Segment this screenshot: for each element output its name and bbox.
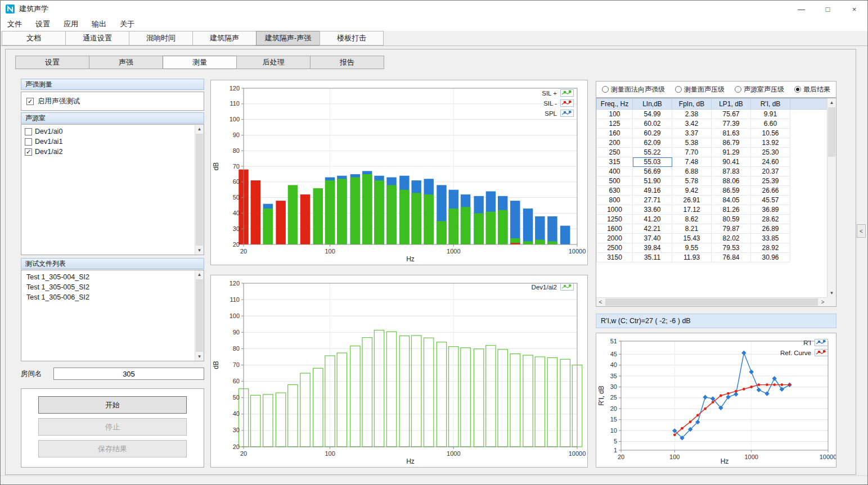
table-cell[interactable]: 26.89 <box>751 224 790 234</box>
table-cell[interactable]: 80.59 <box>712 215 751 224</box>
channel-checkbox[interactable]: ✓ <box>25 148 32 156</box>
save-result-button[interactable]: 保存结果 <box>38 440 187 457</box>
table-cell[interactable]: 1250 <box>597 215 633 224</box>
column-header[interactable]: Freq., Hz <box>597 99 633 110</box>
menu-file[interactable]: 文件 <box>2 19 28 29</box>
table-cell[interactable]: 27.71 <box>633 196 672 205</box>
table-cell[interactable]: 315 <box>597 157 633 167</box>
table-cell[interactable]: 6.60 <box>751 119 790 129</box>
table-cell[interactable]: 84.05 <box>712 196 751 205</box>
tab-building-insulation[interactable]: 建筑隔声 <box>192 31 257 46</box>
table-row[interactable]: 63049.169.4286.5926.66 <box>597 186 828 196</box>
table-cell[interactable]: 42.21 <box>633 224 672 234</box>
table-horizontal-scrollbar[interactable]: < > <box>596 297 827 306</box>
table-row[interactable]: 10054.992.3875.679.91 <box>597 110 828 119</box>
scrollbar-thumb[interactable] <box>828 107 835 157</box>
collapse-panel-button[interactable]: < <box>857 224 866 238</box>
channel-item[interactable]: Dev1/ai1 <box>22 137 194 147</box>
subtab-postprocess[interactable]: 后处理 <box>236 56 311 69</box>
start-button[interactable]: 开始 <box>38 396 187 414</box>
table-cell[interactable]: 17.12 <box>672 205 712 215</box>
radio-circle-icon[interactable] <box>794 86 801 93</box>
table-cell[interactable]: 60.02 <box>633 119 672 129</box>
table-row[interactable]: 25055.227.7091.2925.30 <box>597 148 828 157</box>
table-cell[interactable]: 77.39 <box>712 119 751 129</box>
table-cell[interactable]: 15.43 <box>672 234 712 243</box>
table-cell[interactable]: 20.37 <box>751 167 790 176</box>
channel-checkbox[interactable] <box>25 138 32 146</box>
table-row[interactable]: 12560.023.4277.396.60 <box>597 119 828 129</box>
maximize-button[interactable]: □ <box>815 1 841 17</box>
table-cell[interactable]: 49.16 <box>633 186 672 196</box>
tab-floor-impact[interactable]: 楼板打击 <box>320 31 384 46</box>
radio-option-2[interactable]: 声源室声压级 <box>735 85 784 94</box>
table-cell[interactable]: 33.60 <box>633 205 672 215</box>
table-row[interactable]: 250039.849.5579.5328.92 <box>597 243 828 253</box>
table-cell[interactable]: 24.60 <box>751 157 790 167</box>
tab-channel-settings[interactable]: 通道设置 <box>65 31 129 46</box>
table-cell[interactable]: 28.62 <box>751 215 790 224</box>
scrollbar-thumb[interactable] <box>196 279 203 352</box>
table-row[interactable]: 315035.1111.9376.8430.96 <box>597 253 828 262</box>
table-cell[interactable]: 76.84 <box>712 253 751 262</box>
file-item[interactable]: Test 1_305-006_SI2 <box>22 292 194 302</box>
table-cell[interactable]: 60.29 <box>633 129 672 138</box>
table-cell[interactable]: 56.69 <box>633 167 672 176</box>
file-item[interactable]: Test 1_305-005_SI2 <box>22 282 194 292</box>
table-cell[interactable]: 90.41 <box>712 157 751 167</box>
table-cell[interactable]: 87.83 <box>712 167 751 176</box>
scroll-down-icon[interactable]: ▼ <box>195 352 204 361</box>
table-cell[interactable]: 88.06 <box>712 176 751 186</box>
table-cell[interactable]: 3.42 <box>672 119 712 129</box>
minimize-button[interactable]: — <box>788 1 815 17</box>
table-cell[interactable]: 250 <box>597 148 633 157</box>
table-cell[interactable]: 28.92 <box>751 243 790 253</box>
table-row[interactable]: 100033.6017.1281.2636.89 <box>597 205 828 215</box>
table-cell[interactable]: 79.53 <box>712 243 751 253</box>
scroll-right-icon[interactable]: > <box>818 298 827 306</box>
radio-option-1[interactable]: 测量面声压级 <box>675 85 725 94</box>
subtab-sound-intensity[interactable]: 声强 <box>89 56 163 69</box>
enable-si-checkbox[interactable]: ✓ <box>26 98 34 105</box>
table-cell[interactable]: 82.02 <box>712 234 751 243</box>
table-cell[interactable]: 26.91 <box>672 196 712 205</box>
scroll-down-icon[interactable]: ▼ <box>195 246 204 255</box>
radio-circle-icon[interactable] <box>602 86 609 93</box>
scrollbar-thumb[interactable] <box>605 298 818 306</box>
table-cell[interactable]: 35.11 <box>633 253 672 262</box>
table-cell[interactable]: 125 <box>597 119 633 129</box>
scroll-up-icon[interactable]: ▲ <box>195 270 204 279</box>
channel-checkbox[interactable] <box>25 128 32 135</box>
stop-button[interactable]: 停止 <box>38 418 187 436</box>
radio-circle-icon[interactable] <box>735 86 741 93</box>
table-cell[interactable]: 81.63 <box>712 129 751 138</box>
scroll-up-icon[interactable]: ▲ <box>827 98 836 107</box>
file-item[interactable]: Test 1_305-004_SI2 <box>22 272 194 282</box>
table-cell[interactable]: 13.92 <box>751 138 790 148</box>
table-cell[interactable]: 10.56 <box>751 129 790 138</box>
channel-list-scrollbar[interactable]: ▲ ▼ <box>195 125 204 255</box>
scroll-left-icon[interactable]: < <box>596 298 605 306</box>
table-cell[interactable]: 25.39 <box>751 176 790 186</box>
table-cell[interactable]: 500 <box>597 176 633 186</box>
table-cell[interactable]: 1000 <box>597 205 633 215</box>
table-row[interactable]: 20062.095.3886.7913.92 <box>597 138 828 148</box>
table-cell[interactable]: 7.70 <box>672 148 712 157</box>
table-row[interactable]: 50051.905.7888.0625.39 <box>597 176 828 186</box>
scroll-down-icon[interactable]: ▼ <box>827 289 836 297</box>
table-cell[interactable]: 400 <box>597 167 633 176</box>
menu-application[interactable]: 应用 <box>58 19 84 29</box>
table-row[interactable]: 80027.7126.9184.0545.57 <box>597 196 828 205</box>
table-cell[interactable]: 2.38 <box>672 110 712 119</box>
table-cell[interactable]: 2500 <box>597 243 633 253</box>
table-cell[interactable]: 36.89 <box>751 205 790 215</box>
table-cell[interactable]: 8.62 <box>672 215 712 224</box>
menu-output[interactable]: 输出 <box>86 19 112 29</box>
table-cell[interactable]: 79.87 <box>712 224 751 234</box>
table-cell[interactable]: 45.57 <box>751 196 790 205</box>
tab-reverberation-time[interactable]: 混响时间 <box>129 31 193 46</box>
table-cell[interactable]: 3.37 <box>672 129 712 138</box>
table-cell[interactable]: 25.30 <box>751 148 790 157</box>
table-cell[interactable]: 11.93 <box>672 253 712 262</box>
table-cell[interactable]: 2000 <box>597 234 633 243</box>
